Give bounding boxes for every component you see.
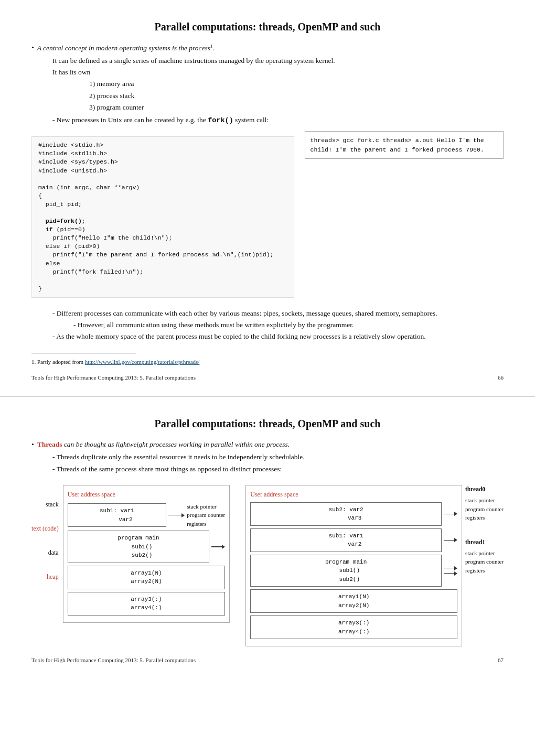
process-left-labels: stack text (code) data heap	[31, 485, 63, 581]
main-bullet: • A central concept in modern operating …	[31, 42, 504, 53]
fork-sub: - New processes in Unix are can be creat…	[52, 115, 504, 126]
t-text-shaft2	[444, 573, 454, 574]
footer2-right: 67	[498, 657, 504, 663]
t-text-arrow2	[444, 571, 457, 576]
page2-content: • Threads can be thought as lightweight …	[31, 439, 504, 646]
thread0-badge: thread0	[465, 485, 504, 494]
stack-arrow-shaft	[168, 515, 181, 516]
numbered-1: 1) memory area	[89, 79, 504, 89]
thread-outer-box: User address space sub2: var2 var3	[245, 485, 462, 647]
t-data-row: array1(N)array2(N)	[250, 589, 457, 613]
footer-right: 66	[498, 374, 504, 381]
t0-reg: registers	[465, 513, 504, 522]
pc-label: program counter	[187, 511, 225, 520]
page1-footer: Tools for High Performance Computing 201…	[31, 374, 504, 381]
stack-arrow: stack pointer program counter registers	[168, 502, 225, 528]
page1-title: Parallel computations: threads, OpenMP a…	[31, 21, 504, 33]
t1-arrow	[444, 538, 457, 542]
data-label: data	[31, 548, 59, 557]
page1-content: • A central concept in modern operating …	[31, 42, 504, 366]
t0-pc: program counter	[465, 505, 504, 514]
text-mem-box: program main sub1() sub2()	[68, 531, 210, 563]
heap-label: heap	[31, 572, 59, 581]
t-text-box: program main sub1() sub2()	[250, 555, 442, 587]
t0-stack-box: sub2: var2 var3	[250, 502, 442, 526]
t-text-shaft1	[444, 568, 454, 569]
footnote-text: 1. Partly adopted from http://www.llnl.g…	[31, 358, 504, 366]
data-mem-box: array1(N)array2(N)	[68, 566, 226, 589]
bullet-symbol-2: •	[31, 439, 34, 450]
t1-shaft	[444, 540, 454, 541]
t1-sp: stack pointer	[465, 549, 504, 558]
footnote-ref: 1	[210, 43, 213, 48]
terminal-output: threads> gcc fork.c threads> a.out Hello…	[305, 131, 504, 159]
fork-suffix: system call:	[233, 116, 269, 124]
t0-sp: stack pointer	[465, 496, 504, 505]
t-heap-row: array3(:)array4(:)	[250, 615, 457, 639]
heap-mem-box: array3(:)array4(:)	[68, 592, 226, 615]
threads-line: Threads can be thought as lightweight pr…	[37, 439, 290, 450]
t1-pc: program counter	[465, 557, 504, 566]
reg-label: registers	[187, 520, 225, 528]
thread-right-labels: thread0 stack pointer program counter re…	[465, 485, 504, 575]
bullet-symbol: •	[31, 42, 34, 53]
page2-title: Parallel computations: threads, OpenMP a…	[31, 418, 504, 430]
t-text-arrow1	[444, 566, 457, 570]
footer-left: Tools for High Performance Computing 201…	[31, 374, 196, 381]
t1-stack-box: sub1: var1 var2	[250, 528, 442, 552]
thread-diagram: User address space sub2: var2 var3	[245, 485, 504, 647]
thread-sub2: - Threads of the same process share most…	[52, 464, 504, 474]
stack-label: stack	[31, 500, 59, 509]
diagram-section: stack text (code) data heap User address…	[31, 485, 504, 647]
main-bullet-text: A central concept in modern operating sy…	[37, 42, 215, 53]
sub-item-1: It can be defined as a single series of …	[52, 56, 504, 66]
t1-reg: registers	[465, 566, 504, 575]
t0-arrow-line	[444, 512, 457, 516]
page2-footer: Tools for High Performance Computing 201…	[31, 657, 504, 663]
t0-shaft	[444, 514, 454, 515]
process-outer-box: User address space sub1: var1 var2	[63, 485, 230, 623]
t0-arrow	[444, 512, 457, 516]
code-block: #include <stdio.h> #include <stdlib.h> #…	[31, 136, 294, 298]
threads-desc: can be thought as lightweight processes …	[62, 440, 290, 448]
footer2-left: Tools for High Performance Computing 201…	[31, 657, 196, 663]
thread1-badge: thread1	[465, 538, 504, 547]
sub-item-2: It has its own	[52, 67, 504, 78]
numbered-2: 2) process stack	[89, 91, 504, 101]
t1-head	[454, 538, 457, 542]
stack-arrow-head	[181, 513, 185, 517]
page-1: Parallel computations: threads, OpenMP a…	[0, 0, 535, 397]
t-text-row: program main sub1() sub2()	[250, 555, 457, 587]
heap-row: array3(:)array4(:)	[68, 592, 226, 615]
para-3: - As the whole memory space of the paren…	[52, 331, 504, 342]
thread-diagram-inner: User address space sub2: var2 var3	[245, 485, 504, 647]
process-diagram: stack text (code) data heap User address…	[31, 485, 230, 647]
footnote-line	[31, 353, 136, 355]
stack-pointer-labels: stack pointer program counter registers	[187, 502, 225, 528]
para-1: - Different processes can communicate wi…	[52, 308, 504, 319]
page-2: Parallel computations: threads, OpenMP a…	[0, 397, 535, 756]
t-text-head1	[454, 566, 457, 570]
data-row: array1(N)array2(N)	[68, 566, 226, 589]
fork-prefix: - New processes in Unix are can be creat…	[52, 116, 208, 124]
thread-addr-header: User address space	[250, 490, 457, 499]
para-2: - However, all communication using these…	[73, 320, 504, 330]
text-code-label: text (code)	[31, 524, 59, 533]
code-left: #include <stdio.h> #include <stdlib.h> #…	[31, 131, 294, 303]
sp-label: stack pointer	[187, 502, 225, 511]
text-arrow-line	[211, 545, 225, 549]
stack-horiz-arrow	[168, 513, 185, 517]
t-data-box: array1(N)array2(N)	[250, 589, 457, 613]
t-text-arrows	[444, 566, 457, 576]
stack-row: sub1: var1 var2 stack pointer program co…	[68, 502, 226, 528]
code-section: #include <stdio.h> #include <stdlib.h> #…	[31, 131, 504, 303]
t0-head	[454, 512, 457, 516]
t1-arrow-line	[444, 538, 457, 542]
threads-word: Threads	[37, 440, 62, 448]
t0-stack-row: sub2: var2 var3	[250, 502, 457, 526]
stack-mem-box: sub1: var1 var2	[68, 503, 167, 527]
text-row: program main sub1() sub2()	[68, 531, 226, 563]
text-arrow	[211, 545, 225, 549]
threads-bullet: • Threads can be thought as lightweight …	[31, 439, 504, 450]
footnote-link[interactable]: http://www.llnl.gov/computing/tutorials/…	[85, 359, 200, 365]
